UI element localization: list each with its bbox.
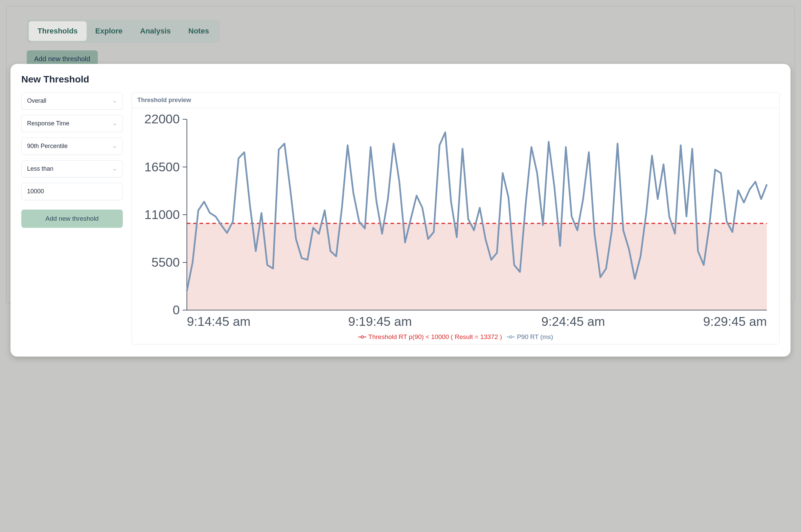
threshold-value-text: 10000 xyxy=(27,188,44,195)
comparator-select[interactable]: Less than xyxy=(21,160,123,177)
legend-threshold: Threshold RT p(90) < 10000 ( Result = 13… xyxy=(358,333,502,341)
threshold-preview-chart: 055001100016500220009:14:45 am9:19:45 am… xyxy=(137,112,774,331)
tab-notes[interactable]: Notes xyxy=(180,21,218,41)
new-threshold-modal: New Threshold Overall Response Time 90th xyxy=(11,64,790,357)
threshold-preview-panel: Threshold preview 055001100016500220009:… xyxy=(132,92,780,344)
page-card: Thresholds Explore Analysis Notes Add ne… xyxy=(6,6,795,304)
tab-analysis[interactable]: Analysis xyxy=(131,21,180,41)
scope-select-value: Overall xyxy=(27,97,46,104)
svg-text:9:19:45 am: 9:19:45 am xyxy=(348,314,412,328)
metric-select-value: Response Time xyxy=(27,120,69,127)
legend-series-label: P90 RT (ms) xyxy=(517,333,553,341)
chevron-down-icon xyxy=(112,99,117,103)
threshold-form: Overall Response Time 90th Percentile xyxy=(21,92,123,344)
tab-thresholds[interactable]: Thresholds xyxy=(29,21,87,41)
svg-text:0: 0 xyxy=(173,303,180,317)
add-threshold-submit-button[interactable]: Add new threshold xyxy=(21,210,123,228)
scope-select[interactable]: Overall xyxy=(21,92,123,110)
chart-legend: Threshold RT p(90) < 10000 ( Result = 13… xyxy=(137,331,774,341)
preview-header: Threshold preview xyxy=(132,93,779,108)
tab-explore[interactable]: Explore xyxy=(87,21,132,41)
chevron-down-icon xyxy=(112,167,117,171)
svg-point-19 xyxy=(361,336,363,338)
aggregation-select[interactable]: 90th Percentile xyxy=(21,137,123,155)
tab-bar: Thresholds Explore Analysis Notes xyxy=(27,19,220,43)
modal-title: New Threshold xyxy=(21,74,780,85)
svg-text:9:29:45 am: 9:29:45 am xyxy=(703,314,767,328)
threshold-value-input[interactable]: 10000 xyxy=(21,183,123,200)
svg-text:22000: 22000 xyxy=(144,112,180,126)
comparator-select-value: Less than xyxy=(27,165,53,172)
series-swatch-icon xyxy=(507,335,515,339)
metric-select[interactable]: Response Time xyxy=(21,115,123,132)
svg-text:5500: 5500 xyxy=(151,255,180,269)
svg-text:11000: 11000 xyxy=(144,208,180,222)
chevron-down-icon xyxy=(112,121,117,126)
threshold-swatch-icon xyxy=(358,335,366,339)
aggregation-select-value: 90th Percentile xyxy=(27,142,68,150)
svg-point-21 xyxy=(510,336,512,338)
legend-series: P90 RT (ms) xyxy=(507,333,553,341)
svg-text:9:24:45 am: 9:24:45 am xyxy=(541,314,605,328)
svg-text:16500: 16500 xyxy=(144,160,180,174)
legend-threshold-label: Threshold RT p(90) < 10000 ( Result = 13… xyxy=(368,333,502,341)
svg-text:9:14:45 am: 9:14:45 am xyxy=(187,314,250,328)
chevron-down-icon xyxy=(112,144,117,149)
